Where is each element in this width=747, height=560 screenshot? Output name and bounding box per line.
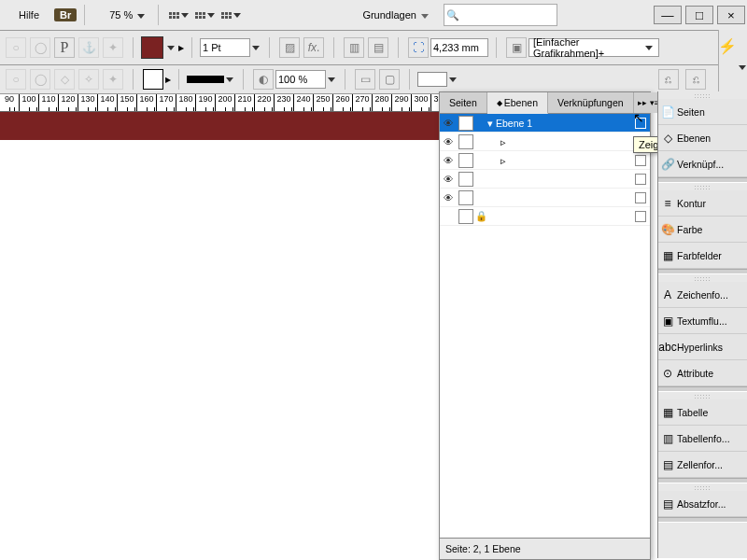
row2-icon-5[interactable]: ✦ bbox=[103, 69, 123, 90]
dock-item-icon: 🔗 bbox=[658, 158, 677, 171]
bug-icon[interactable]: ✦ bbox=[103, 37, 123, 58]
swap2-icon[interactable]: ▶ bbox=[165, 76, 171, 84]
dock-item[interactable]: 📄Seiten bbox=[658, 99, 747, 125]
dock-item-label: Farbfelder bbox=[677, 250, 722, 261]
layer-row[interactable]: 👁 bbox=[440, 170, 650, 189]
dock-item[interactable]: ▦Farbfelder bbox=[658, 243, 747, 269]
frame-type-icon[interactable]: ▣ bbox=[506, 37, 527, 58]
dock-item[interactable]: ▤Zellenfor... bbox=[658, 452, 747, 478]
distribute-icon[interactable]: ▤ bbox=[368, 37, 388, 58]
arrow-start-select[interactable] bbox=[417, 72, 447, 87]
swap-icon[interactable]: ▶ bbox=[178, 44, 184, 52]
dock-item[interactable]: ▦Tabelle bbox=[658, 399, 747, 426]
help-menu[interactable]: Hilfe bbox=[11, 6, 47, 24]
dock-item[interactable]: ▤Absatzfor... bbox=[658, 491, 747, 517]
effects-icon[interactable]: fx. bbox=[303, 37, 324, 58]
frame-type-select[interactable]: [Einfacher Grafikrahmen]+ bbox=[529, 38, 659, 57]
disclosure-icon[interactable]: ▹ bbox=[500, 136, 507, 147]
row2-icon-2[interactable]: ◯ bbox=[30, 69, 50, 90]
target-icon[interactable] bbox=[635, 155, 646, 166]
row2-misc-1[interactable]: ▭ bbox=[355, 69, 375, 90]
view-mode-2-button[interactable] bbox=[192, 2, 218, 28]
extras-icon-2[interactable]: ⎌ bbox=[685, 69, 706, 90]
layer-row[interactable]: 👁▹ bbox=[440, 133, 650, 151]
row2-icon-1[interactable]: ○ bbox=[6, 69, 26, 90]
shape-ellipse-icon[interactable]: ○ bbox=[6, 37, 26, 58]
row2-icon-3[interactable]: ◇ bbox=[54, 69, 75, 90]
dock-grip[interactable]: :::::: bbox=[658, 483, 747, 491]
opacity-icon[interactable]: ◐ bbox=[253, 69, 274, 90]
tab-pages[interactable]: Seiten bbox=[440, 92, 487, 113]
minimize-button[interactable]: — bbox=[654, 6, 682, 24]
layer-row[interactable]: 🔒 bbox=[440, 207, 650, 226]
view-mode-1-button[interactable] bbox=[166, 2, 192, 28]
visibility-toggle-icon[interactable]: 👁 bbox=[440, 192, 457, 203]
page-rectangle bbox=[0, 112, 439, 140]
visibility-toggle-icon[interactable]: 👁 bbox=[440, 136, 457, 147]
dock-item[interactable]: ≡Kontur bbox=[658, 190, 747, 217]
layer-row[interactable]: 👁▾Ebene 1 bbox=[440, 114, 650, 133]
size-field[interactable]: 4,233 mm bbox=[430, 38, 488, 57]
dock-item-label: Tabelle bbox=[677, 407, 708, 418]
search-input[interactable]: 🔍 bbox=[444, 4, 557, 26]
ruler-tick: 130 bbox=[78, 94, 98, 111]
stroke-swatch[interactable] bbox=[143, 69, 163, 90]
dock-item-label: Kontur bbox=[677, 198, 706, 209]
dock-item-icon: ▤ bbox=[658, 497, 677, 511]
swatch-dropdown-icon[interactable] bbox=[167, 46, 175, 50]
dock-item[interactable]: ▣Textumflu... bbox=[658, 308, 747, 334]
dock-grip[interactable]: :::::: bbox=[658, 91, 747, 99]
shape-circle-icon[interactable]: ◯ bbox=[30, 37, 50, 58]
bridge-button[interactable]: Br bbox=[54, 8, 77, 21]
gradient-icon[interactable]: ▨ bbox=[279, 37, 300, 58]
extras-icon-1[interactable]: ⎌ bbox=[658, 69, 679, 90]
ruler-tick: 300 bbox=[412, 94, 431, 111]
fill-swatch[interactable] bbox=[141, 36, 163, 59]
dock-grip[interactable]: :::::: bbox=[658, 274, 747, 282]
dock-item[interactable]: abcHyperlinks bbox=[658, 334, 747, 360]
anchor-icon[interactable]: ⚓ bbox=[78, 37, 99, 58]
line-style-preview[interactable] bbox=[187, 76, 224, 83]
workspace-selector[interactable]: Grundlagen bbox=[357, 9, 436, 21]
dock-item[interactable]: ◇Ebenen bbox=[658, 125, 747, 151]
dock-item[interactable]: 🔗Verknüpf... bbox=[658, 151, 747, 177]
quick-apply-column[interactable]: ⚡ bbox=[718, 30, 747, 99]
zoom-field[interactable]: 75 % bbox=[106, 9, 150, 21]
paragraph-icon[interactable]: P bbox=[54, 37, 75, 58]
dock-item-icon: ≡ bbox=[658, 197, 677, 210]
dock-item[interactable]: 🎨Farbe bbox=[658, 217, 747, 243]
row2-icon-4[interactable]: ✧ bbox=[78, 69, 99, 90]
dock-item-label: Zellenfor... bbox=[677, 459, 723, 470]
align-icon[interactable]: ▥ bbox=[344, 37, 364, 58]
target-icon[interactable] bbox=[635, 211, 646, 222]
visibility-toggle-icon[interactable]: 👁 bbox=[440, 155, 457, 166]
disclosure-icon[interactable]: ▾ bbox=[486, 118, 494, 129]
layers-status: Seite: 2, 1 Ebene bbox=[440, 538, 650, 559]
disclosure-icon[interactable]: ▹ bbox=[500, 155, 507, 166]
target-icon[interactable] bbox=[635, 192, 646, 203]
tab-links[interactable]: Verknüpfungen bbox=[548, 92, 634, 113]
ruler-tick: 260 bbox=[333, 94, 353, 111]
target-icon[interactable] bbox=[635, 118, 646, 129]
ruler-tick: 250 bbox=[314, 94, 333, 111]
layer-row[interactable]: 👁▹ bbox=[440, 151, 650, 170]
visibility-toggle-icon[interactable]: 👁 bbox=[440, 118, 457, 129]
crop-icon[interactable]: ⛶ bbox=[408, 37, 429, 58]
dock-item[interactable]: ⊙Attribute bbox=[658, 360, 747, 386]
dock-grip[interactable]: :::::: bbox=[658, 183, 747, 190]
layer-row[interactable]: 👁 bbox=[440, 189, 650, 207]
opacity-field[interactable]: 100 % bbox=[275, 70, 326, 89]
visibility-toggle-icon[interactable]: 👁 bbox=[440, 174, 457, 185]
view-mode-3-button[interactable] bbox=[218, 2, 245, 28]
dock-item[interactable]: ▥Tabellenfo... bbox=[658, 426, 747, 452]
close-button[interactable]: × bbox=[717, 6, 745, 24]
stroke-weight-field[interactable]: 1 Pt bbox=[200, 38, 250, 57]
tab-layers[interactable]: ◆Ebenen bbox=[487, 92, 548, 114]
dock-grip[interactable]: :::::: bbox=[658, 392, 747, 399]
target-icon[interactable] bbox=[635, 174, 646, 185]
maximize-button[interactable]: □ bbox=[685, 6, 713, 24]
ruler-tick: 210 bbox=[235, 94, 255, 111]
row2-misc-2[interactable]: ▢ bbox=[379, 69, 400, 90]
right-dock: ::::::📄Seiten◇Ebenen🔗Verknüpf...::::::≡K… bbox=[657, 91, 747, 558]
dock-item[interactable]: AZeichenfo... bbox=[658, 282, 747, 308]
